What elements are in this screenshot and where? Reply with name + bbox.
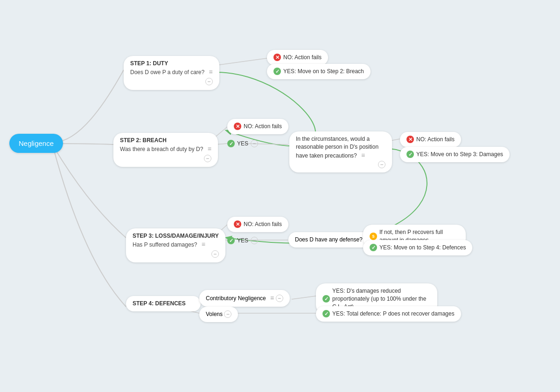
yes-icon-3: ✓ (406, 151, 414, 158)
step3-no-result: ✕ NO: Action fails (227, 217, 288, 232)
step4-title: STEP 4: DEFENCES (133, 300, 194, 308)
yes-icon-7: ✓ (322, 310, 330, 317)
step1-collapse-btn[interactable]: − (205, 78, 213, 85)
step2-body: Was there a breach of duty by D? ≡ (120, 144, 211, 154)
no-icon-2: ✕ (234, 123, 241, 130)
no-icon-4: ✕ (234, 220, 241, 228)
step1-yes-result: ✓ YES: Move on to Step 2: Breach (267, 64, 371, 79)
step2-sub-collapse-btn[interactable]: − (378, 161, 385, 168)
step4-contrib-node: Contributory Negligence ≡ − (199, 290, 290, 307)
step2-sub-yes-label: YES: Move on to Step 3: Damages (416, 151, 503, 158)
yes-icon-6: ✓ (322, 295, 330, 303)
step4-volens-label: Volens (206, 311, 223, 317)
step3-no-label: NO: Action fails (244, 220, 282, 228)
step2-sub-node: In the circumstances, would a reasonable… (289, 131, 392, 172)
step2-title: STEP 2: BREACH (120, 137, 211, 144)
no-icon: ✕ (273, 54, 281, 61)
step2-sub-no-label: NO: Action fails (416, 136, 455, 144)
step3-title: STEP 3: LOSS/DAMAGE/INJURY (133, 232, 219, 240)
step4-contrib-minus[interactable]: − (276, 295, 283, 302)
step2-no-result: ✕ NO: Action fails (227, 119, 288, 134)
step4-volens-node: Volens − (199, 307, 238, 322)
step2-yes-text: YES (237, 140, 248, 147)
main-node-label: Negligence (19, 139, 54, 147)
step3-sub-yes-label: YES: Move on to Step 4: Defences (379, 244, 466, 252)
step1-no-label: NO: Action fails (283, 54, 322, 62)
step2-no-label: NO: Action fails (244, 123, 282, 131)
step2-sub-no-result: ✕ NO: Action fails (400, 132, 461, 147)
step2-collapse-btn[interactable]: − (204, 155, 211, 162)
step2-sub-label: In the circumstances, would a reasonable… (296, 136, 378, 159)
step2-sub-yes-result: ✓ YES: Move on to Step 3: Damages (400, 147, 510, 162)
step3-node: STEP 3: LOSS/DAMAGE/INJURY Has P suffere… (126, 228, 225, 262)
step3-sub-label: Does D have any defense? (295, 236, 363, 243)
step4-contrib-menu-icon[interactable]: ≡ (270, 294, 274, 303)
step2-sub-menu-icon[interactable]: ≡ (361, 151, 365, 160)
step1-node: STEP 1: DUTY Does D owe P a duty of care… (124, 56, 219, 90)
step3-yes-text: YES (237, 237, 248, 244)
step2-yes-minus[interactable]: − (251, 140, 258, 147)
step4-node: STEP 4: DEFENCES (126, 296, 201, 311)
step3-menu-icon[interactable]: ≡ (202, 240, 205, 249)
yes-icon-2: ✓ (227, 140, 235, 147)
yes-icon-5: ✓ (370, 244, 377, 251)
step3-body: Has P suffered damages? ≡ (133, 240, 219, 249)
step3-yes-label: ✓ YES − (227, 237, 258, 244)
step2-node: STEP 2: BREACH Was there a breach of dut… (113, 133, 218, 167)
step4-volens-yes-label: YES: Total defence: P does not recover d… (332, 310, 455, 318)
step3-collapse-btn[interactable]: − (211, 250, 219, 258)
step4-contrib-label: Contributory Negligence (206, 295, 266, 302)
step1-menu-icon[interactable]: ≡ (209, 68, 213, 77)
yes-icon: ✓ (273, 68, 281, 75)
step2-menu-icon[interactable]: ≡ (208, 144, 211, 154)
yes-icon-4: ✓ (227, 237, 235, 244)
step3-sub-yes-result: ✓ YES: Move on to Step 4: Defences (363, 240, 472, 255)
no-icon-3: ✕ (406, 136, 414, 143)
main-node: Negligence (9, 134, 63, 153)
step1-yes-label: YES: Move on to Step 2: Breach (283, 68, 364, 76)
step4-volens-yes-result: ✓ YES: Total defence: P does not recover… (316, 306, 461, 322)
step1-no-result: ✕ NO: Action fails (267, 50, 328, 65)
s-icon: s (370, 233, 377, 240)
step4-volens-minus[interactable]: − (224, 310, 231, 318)
step2-yes-label: ✓ YES − (227, 140, 258, 147)
step3-yes-minus[interactable]: − (251, 237, 258, 244)
step1-title: STEP 1: DUTY (130, 60, 213, 68)
step1-body: Does D owe P a duty of care? ≡ (130, 68, 213, 77)
